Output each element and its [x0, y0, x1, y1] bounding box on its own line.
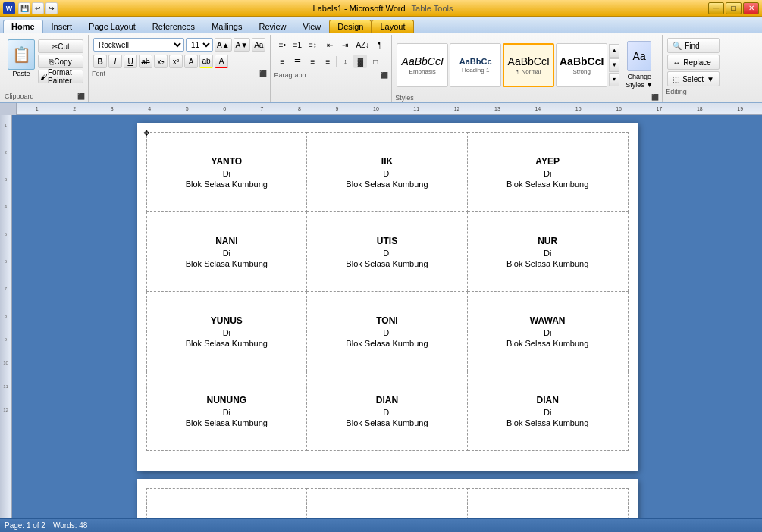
find-button[interactable]: 🔍 Find	[667, 38, 720, 53]
multilevel-list-btn[interactable]: ≡↕	[306, 38, 319, 52]
tab-review[interactable]: Review	[250, 20, 294, 33]
editing-group-bottom: Editing	[666, 88, 721, 95]
clipboard-small-btns: ✂ Cut ⎘ Copy 🖌 Format Painter	[38, 39, 83, 83]
strong-label: Strong	[572, 68, 591, 75]
label-cell-0-2[interactable]: AYEP Di Blok Selasa Kumbung	[467, 133, 628, 212]
label-cell-3-0[interactable]: NUNUNG Di Blok Selasa Kumbung	[146, 371, 307, 451]
change-styles-icon: Aа	[627, 41, 651, 71]
label-di-2-2: Di	[474, 328, 622, 337]
tab-home[interactable]: Home	[3, 20, 43, 33]
maximize-btn[interactable]: □	[726, 2, 742, 14]
align-center-btn[interactable]: ☰	[290, 55, 304, 68]
styles-group-bottom: Styles ⬛	[395, 94, 659, 102]
clipboard-group: 📋 Paste ✂ Cut ⎘ Copy 🖌 Format Painter Cl…	[2, 35, 89, 102]
increase-font-btn[interactable]: A▲	[215, 38, 232, 52]
increase-indent-btn[interactable]: ⇥	[338, 38, 352, 52]
style-strong[interactable]: AaBbCcI Strong	[556, 43, 607, 87]
quick-save-btn[interactable]: 💾	[18, 2, 30, 14]
label-name-3-0: NUNUNG	[153, 395, 301, 405]
text-effects-button[interactable]: A	[184, 55, 198, 68]
tab-insert[interactable]: Insert	[43, 20, 81, 33]
change-styles-button[interactable]: Aа ChangeStyles ▼	[621, 38, 657, 92]
label-cell-1-1[interactable]: UTIS Di Blok Selasa Kumbung	[307, 212, 468, 292]
label-cell-3-2[interactable]: DIAN Di Blok Selasa Kumbung	[467, 371, 628, 451]
border-btn[interactable]: □	[368, 55, 382, 68]
doc-scroll[interactable]: ✥ YANTO Di Blok Selasa Kumbung IIK Di Bl…	[12, 115, 762, 518]
font-expand[interactable]: ⬛	[259, 70, 267, 77]
align-left-btn[interactable]: ≡	[275, 55, 289, 68]
superscript-button[interactable]: x²	[169, 55, 183, 68]
align-right-btn[interactable]: ≡	[306, 55, 319, 68]
partial-cell	[146, 489, 307, 519]
label-cell-0-1[interactable]: IIK Di Blok Selasa Kumbung	[307, 133, 468, 212]
strikethrough-button[interactable]: ab	[139, 55, 152, 68]
close-btn[interactable]: ✕	[743, 2, 759, 14]
replace-button[interactable]: ↔ Replace	[667, 55, 720, 70]
tab-mailings[interactable]: Mailings	[203, 20, 250, 33]
styles-scroll-down[interactable]: ▼	[609, 58, 619, 72]
cut-button[interactable]: ✂ Cut	[38, 39, 83, 53]
label-cell-1-0[interactable]: NANI Di Blok Selasa Kumbung	[146, 212, 307, 292]
font-color-button[interactable]: A	[215, 55, 228, 68]
select-button[interactable]: ⬚ Select ▼	[667, 71, 720, 86]
number-list-btn[interactable]: ≡1	[290, 38, 304, 52]
bold-button[interactable]: B	[93, 55, 107, 68]
format-painter-button[interactable]: 🖌 Format Painter	[38, 70, 83, 83]
italic-button[interactable]: I	[108, 55, 122, 68]
styles-expand[interactable]: ⬛	[651, 94, 659, 101]
document-title: Labels1 - Microsoft Word	[313, 4, 406, 13]
tab-layout[interactable]: Layout	[372, 20, 413, 33]
undo-btn[interactable]: ↩	[32, 2, 44, 14]
style-emphasis[interactable]: AaBbCcI Emphasis	[397, 43, 448, 87]
style-normal[interactable]: AaBbCcI ¶ Normal	[503, 43, 554, 87]
redo-btn[interactable]: ↪	[45, 2, 58, 14]
label-name-1-2: NUR	[474, 236, 622, 246]
select-chevron: ▼	[707, 75, 714, 83]
table-tools-label: Table Tools	[412, 4, 453, 13]
decrease-font-btn[interactable]: A▼	[234, 38, 251, 52]
clipboard-expand[interactable]: ⬛	[77, 93, 85, 100]
label-name-2-2: WAWAN	[474, 315, 622, 326]
subscript-button[interactable]: x₂	[154, 55, 168, 68]
highlight-button[interactable]: ab	[199, 55, 213, 68]
label-di-2-0: Di	[153, 328, 301, 337]
tab-page-layout[interactable]: Page Layout	[80, 20, 144, 33]
label-cell-2-0[interactable]: YUNUS Di Blok Selasa Kumbung	[146, 292, 307, 371]
styles-scroll-more[interactable]: ▾	[609, 73, 619, 86]
label-cell-2-1[interactable]: TONI Di Blok Selasa Kumbung	[307, 292, 468, 371]
styles-scroll-up[interactable]: ▲	[609, 44, 619, 58]
show-marks-btn[interactable]: ¶	[373, 38, 387, 52]
paste-button[interactable]: 📋 Paste	[6, 38, 36, 79]
font-size-select[interactable]: 11	[186, 38, 213, 52]
line-spacing-btn[interactable]: ↕	[338, 55, 352, 68]
justify-btn[interactable]: ≡	[321, 55, 334, 68]
sort-btn[interactable]: AZ↓	[353, 38, 372, 52]
ruler-mark: 13	[494, 106, 500, 111]
style-heading1[interactable]: AaBbCc Heading 1	[450, 43, 501, 87]
page-handle[interactable]: ✥	[143, 129, 151, 136]
bullet-list-btn[interactable]: ≡•	[275, 38, 289, 52]
page-info: Page: 1 of 2	[5, 521, 45, 530]
underline-button[interactable]: U	[124, 55, 137, 68]
shading-btn[interactable]: ▓	[353, 55, 367, 68]
label-cell-2-2[interactable]: WAWAN Di Blok Selasa Kumbung	[467, 292, 628, 371]
ruler-mark: 6	[223, 106, 226, 111]
font-name-select[interactable]: Rockwell	[93, 38, 184, 52]
ruler-mark: 3	[111, 106, 114, 111]
tab-view[interactable]: View	[295, 20, 330, 33]
minimize-btn[interactable]: ─	[708, 2, 724, 14]
label-di-1-1: Di	[313, 249, 461, 258]
paragraph-label: Paragraph	[274, 71, 306, 79]
clear-format-btn[interactable]: Aa	[252, 38, 265, 52]
page-content: ✥ YANTO Di Blok Selasa Kumbung IIK Di Bl…	[146, 132, 629, 451]
decrease-indent-btn[interactable]: ⇤	[323, 38, 337, 52]
paragraph-expand[interactable]: ⬛	[381, 72, 388, 79]
label-name-3-2: DIAN	[474, 395, 622, 405]
label-cell-1-2[interactable]: NUR Di Blok Selasa Kumbung	[467, 212, 628, 292]
label-cell-3-1[interactable]: DIAN Di Blok Selasa Kumbung	[307, 371, 468, 451]
tab-references[interactable]: References	[144, 20, 203, 33]
label-cell-0-0[interactable]: YANTO Di Blok Selasa Kumbung	[146, 133, 307, 212]
tab-design[interactable]: Design	[329, 20, 372, 33]
ruler-mark: 16	[616, 106, 622, 111]
copy-button[interactable]: ⎘ Copy	[38, 55, 83, 68]
